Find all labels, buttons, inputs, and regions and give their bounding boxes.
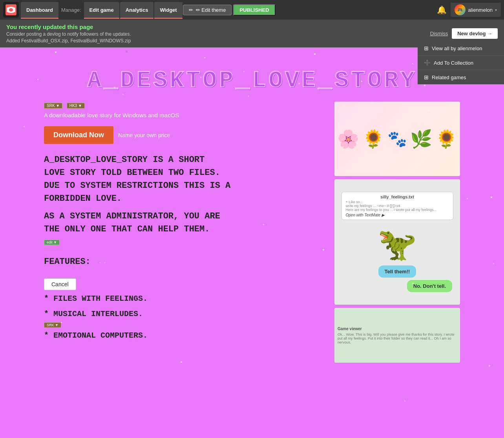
pixel-decor <box>24 126 25 127</box>
plant-emoji: 🌿 <box>410 129 432 149</box>
pixel-decor <box>404 400 405 402</box>
commit-badge: SRK ▼ <box>44 322 61 328</box>
flower-emoji-1: 🌸 <box>337 129 359 149</box>
edit-theme-button[interactable]: ✏ ✏ Edit theme <box>183 5 232 15</box>
nav-analytics[interactable]: Analytics <box>120 2 154 18</box>
published-button[interactable]: PUBLISHED <box>233 4 275 16</box>
pixel-decor <box>114 87 115 88</box>
pixel-decor <box>491 196 492 198</box>
pixel-decor <box>493 263 494 264</box>
new-devlog-button[interactable]: New devlog → <box>452 28 498 39</box>
badge-1: SRK ▼ <box>44 103 62 109</box>
pixel-decor <box>489 365 490 367</box>
add-collection-button[interactable]: ➕ Add To Collection <box>418 56 504 70</box>
screenshot-3-content: Game viewer Ok... Wow. This is big. Will… <box>338 327 457 344</box>
user-name: alienmelon <box>468 7 493 13</box>
animal-emoji: 🐾 <box>387 130 407 148</box>
pixel-decor <box>412 63 413 64</box>
badge-2: HK3 ▼ <box>67 103 85 109</box>
features-title: FEATURES: · · <box>44 257 323 267</box>
pixel-decor <box>126 51 128 53</box>
content-right: 🌸 🌻 🐾 🌿 🌻 silly_feelings.txt + Like so..… <box>334 102 460 366</box>
screenshot-1: 🌸 🌻 🐾 🌿 🌻 <box>334 102 460 176</box>
edit-badge-area: edit ▼ <box>44 238 323 245</box>
view-all-button[interactable]: ⊞ View all by alienmelon <box>418 41 504 56</box>
dino-character: 🦖 <box>378 229 417 260</box>
flower-emoji-2: 🌻 <box>362 129 384 149</box>
feature-3: * EMOTIONAL COMPUTERS. <box>44 331 323 340</box>
user-menu[interactable]: 🎮 alienmelon ▾ <box>451 3 501 17</box>
notif-content: You recently updated this page Consider … <box>6 24 131 44</box>
notif-actions: Dismiss New devlog → <box>430 28 498 39</box>
chat-window-title-bar: silly_feelings.txt + Like so... write my… <box>341 192 453 220</box>
bell-icon[interactable]: 🔔 <box>437 5 447 15</box>
topbar: Dashboard Manage: Edit game Analytics Wi… <box>0 0 504 20</box>
dismiss-button[interactable]: Dismiss <box>430 31 448 36</box>
cancel-button[interactable]: Cancel <box>44 278 76 290</box>
pixel-decor <box>323 249 324 251</box>
main-content: A_DESKTOP_LOVE_STORY SRK ▼ HK3 ▼ A downl… <box>0 47 504 438</box>
pixel-decor <box>428 110 429 111</box>
pixel-decor <box>181 361 182 363</box>
pixel-decor <box>263 224 264 225</box>
pixel-decor <box>243 71 245 72</box>
screenshot-3: Game viewer Ok... Wow. This is big. Will… <box>334 308 460 363</box>
pixel-decor <box>361 81 362 82</box>
game-subtitle: A downloadable love story for Windows an… <box>44 112 323 118</box>
notif-title: You recently updated this page <box>6 24 131 30</box>
feature-2: * MUSICAL INTERLUDES. <box>44 309 323 318</box>
pixel-decor-text: · · <box>99 261 106 265</box>
manage-label: Manage: <box>61 7 81 13</box>
price-label: Name your own price <box>118 132 170 138</box>
edit-badge-small: edit ▼ <box>44 240 60 245</box>
content-left: SRK ▼ HK3 ▼ A downloadable love story fo… <box>44 102 323 366</box>
right-actions-panel: ⊞ View all by alienmelon ➕ Add To Collec… <box>418 41 504 84</box>
desc-line-1: A_DESKTOP_LOVE_STORY IS A SHORT <box>44 153 323 166</box>
svg-point-1 <box>9 8 13 12</box>
notification-bar: You recently updated this page Consider … <box>0 20 504 47</box>
desc-line-2: LOVE STORY TOLD BETWEEN TWO FILES. <box>44 166 323 179</box>
pixel-decor <box>298 83 300 84</box>
chevron-down-icon: ▾ <box>495 8 497 12</box>
cancel-area: Cancel <box>44 271 323 290</box>
pixel-decor <box>314 53 316 55</box>
pixel-decor <box>61 322 62 323</box>
pixel-decor <box>424 85 425 86</box>
chat-open-btn: Open with TextMate ▶ <box>346 213 449 217</box>
nav-dashboard[interactable]: Dashboard <box>21 2 58 18</box>
pixel-decor <box>200 77 201 78</box>
download-area: Download Now Name your own price <box>44 126 323 144</box>
badge-area: SRK ▼ HK3 ▼ <box>44 102 323 109</box>
chat-window-name: silly_feelings.txt <box>346 194 449 199</box>
sunflower-emoji: 🌻 <box>435 129 457 149</box>
content-body: SRK ▼ HK3 ▼ A downloadable love story fo… <box>36 102 468 366</box>
pixel-decor <box>122 94 124 95</box>
itch-logo <box>3 2 19 18</box>
pixel-decor <box>412 283 414 284</box>
desc-line-3: DUE TO SYSTEM RESTRICTIONS THIS IS A <box>44 179 323 192</box>
pixel-decor <box>37 79 38 80</box>
notif-subtitle: Consider posting a devlog to notify foll… <box>6 31 131 37</box>
nav-edit-game[interactable]: Edit game <box>84 2 119 18</box>
screenshot-2: silly_feelings.txt + Like so... write my… <box>334 179 460 305</box>
pixel-decor <box>55 185 57 186</box>
plus-icon: ➕ <box>424 60 431 66</box>
grid-icon-2: ⊞ <box>424 74 429 80</box>
desc-line-5: AS A SYSTEM ADMINISTRATOR, YOU ARE <box>44 210 323 223</box>
pixel-decor <box>55 51 57 53</box>
desc-line-4: FORBIDDEN LOVE. <box>44 192 323 205</box>
grid-icon: ⊞ <box>424 45 429 51</box>
download-button[interactable]: Download Now <box>44 126 113 144</box>
pixel-decor <box>467 198 468 199</box>
feature-1: * FILES WITH FEELINGS. <box>44 294 323 303</box>
game-description: A_DESKTOP_LOVE_STORY IS A SHORT LOVE STO… <box>44 153 323 236</box>
pixel-decor <box>204 57 205 58</box>
chat-bubble-dont: No. Don't tell. <box>407 280 452 292</box>
desc-line-6: THE ONLY ONE THAT CAN HELP THEM. <box>44 223 323 236</box>
chat-bubble-tell: Tell them!! <box>378 265 416 278</box>
nav-widget[interactable]: Widget <box>154 2 182 18</box>
edit-icon: ✏ <box>189 7 193 13</box>
pixel-decor <box>248 96 249 97</box>
edit-badge-area-2: SRK ▼ <box>44 321 323 328</box>
related-games-button[interactable]: ⊞ Related games <box>418 70 504 84</box>
